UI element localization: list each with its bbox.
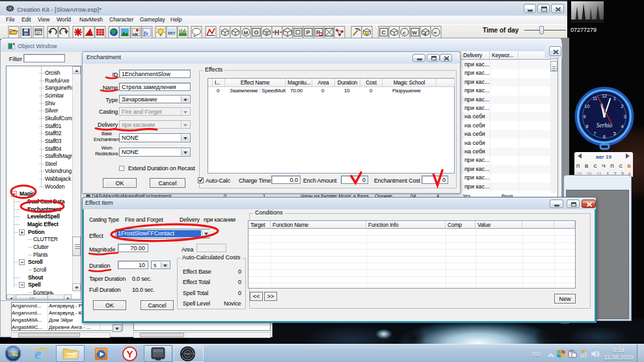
svg-text:10: 10 [585,104,590,109]
svg-text:8: 8 [586,124,589,129]
svg-text:Y: Y [127,348,133,359]
svg-text:fx: fx [144,31,148,36]
svg-text:P: P [306,29,310,36]
svg-text:w: w [433,31,437,34]
svg-text:5: 5 [613,131,616,136]
svg-text:1: 1 [613,96,616,101]
svg-text:c: c [403,30,406,36]
svg-text:H: H [275,29,279,36]
svg-text:M: M [244,30,248,36]
svg-text:6: 6 [603,135,606,139]
svg-text:W: W [412,30,418,36]
svg-text:12: 12 [602,94,607,98]
svg-text:O: O [254,29,259,36]
svg-text:9: 9 [584,114,586,119]
svg-text:HK: HK [133,32,139,36]
svg-text:3: 3 [624,114,626,119]
svg-text:2: 2 [621,104,624,109]
svg-text:11: 11 [593,96,597,101]
svg-text:C: C [382,29,386,36]
svg-text:4: 4 [621,124,624,129]
svg-text:SKY: SKY [168,31,176,35]
svg-text:CREATION: CREATION [183,353,195,356]
svg-text:Serhio: Serhio [597,122,613,129]
svg-text:w: w [423,32,427,36]
svg-text:7: 7 [594,131,597,136]
